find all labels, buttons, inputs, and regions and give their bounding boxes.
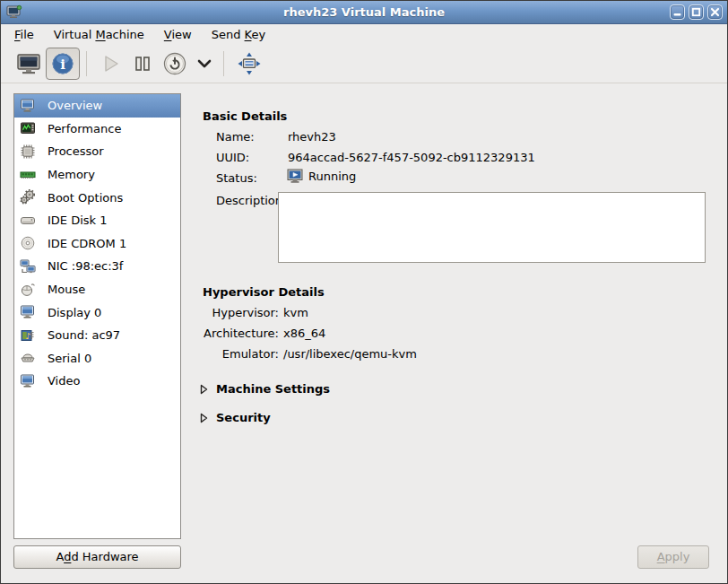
hypervisor-label: Hypervisor: [203,306,279,319]
name-value: rhevh23 [288,130,336,144]
sidebar-item-serial-0[interactable]: Serial 0 [14,347,180,370]
shutdown-button[interactable] [158,48,192,80]
pause-button[interactable] [127,48,158,80]
menu-view[interactable]: View [156,26,200,43]
info-icon: i [51,52,74,75]
description-input[interactable] [278,192,706,263]
fullscreen-icon [235,51,264,76]
shutdown-menu-button[interactable] [192,48,217,80]
machine-settings-label: Machine Settings [216,382,330,396]
run-button[interactable] [93,48,127,80]
monitor-icon [20,98,36,114]
sidebar-item-label: IDE CDROM 1 [48,237,126,250]
sidebar-item-label: NIC :98:ec:3f [48,259,123,273]
sidebar-item-mouse[interactable]: Mouse [14,278,180,301]
toolbar-separator [86,51,87,76]
expander-arrow-icon [200,413,208,423]
menu-virtual-machine[interactable]: Virtual Machine [46,26,152,43]
add-hardware-button[interactable]: Add Hardware [13,545,181,569]
machine-settings-expander[interactable]: Machine Settings [200,382,330,396]
security-label: Security [216,411,271,424]
hypervisor-value: kvm [283,306,308,319]
sidebar-item-label: Mouse [48,283,85,296]
sidebar-item-boot-options[interactable]: Boot Options [14,186,180,209]
nic-icon [20,258,36,275]
menu-file[interactable]: File [6,26,42,43]
window-title: rhevh23 Virtual Machine [1,5,727,19]
sidebar-item-label: Boot Options [48,191,123,205]
run-icon [98,52,123,75]
sidebar-item-label: Memory [48,168,95,181]
chevron-down-icon [196,52,212,75]
name-label: Name: [216,130,255,144]
sidebar-item-label: Sound: ac97 [48,328,120,342]
close-button[interactable] [707,4,723,20]
sidebar-item-label: Video [48,374,80,388]
disk-icon [20,213,36,229]
sidebar-item-overview[interactable]: Overview [14,94,180,118]
sidebar-item-ide-disk-1[interactable]: IDE Disk 1 [14,209,180,232]
architecture-value: x86_64 [283,327,325,340]
sidebar-item-ide-cdrom-1[interactable]: IDE CDROM 1 [14,232,180,256]
sidebar-item-label: Display 0 [48,306,101,319]
toolbar-separator [223,51,224,76]
vm-details-window: rhevh23 Virtual Machine File Virtual Mac… [0,0,728,584]
video-icon [20,373,36,389]
sidebar-item-label: Processor [48,144,104,158]
show-details-button[interactable]: i [46,48,80,80]
sidebar-item-memory[interactable]: Memory [14,163,180,187]
pause-icon [132,52,153,75]
toolbar: i [1,44,727,83]
svg-text:♪: ♪ [26,331,31,341]
display-icon [20,304,36,320]
apply-button[interactable]: Apply [637,545,709,569]
show-console-button[interactable] [12,48,46,80]
maximize-button[interactable] [689,4,704,20]
status-label: Status: [216,171,257,185]
sidebar-item-processor[interactable]: Processor [14,140,180,163]
performance-icon [20,120,36,136]
sidebar-item-label: Overview [48,99,102,112]
sidebar-item-label: Serial 0 [48,352,91,365]
processor-icon [20,144,36,160]
status-value-row: Running [287,169,356,184]
running-status-icon [287,169,305,184]
serial-icon [20,350,36,366]
titlebar[interactable]: rhevh23 Virtual Machine [1,1,727,24]
minimize-icon [672,7,682,17]
sidebar-item-nic[interactable]: NIC :98:ec:3f [14,255,180,278]
status-value: Running [308,170,356,183]
uuid-value: 964accad-5627-f457-5092-cb9112329131 [288,151,535,164]
menu-send-key[interactable]: Send Key [204,26,273,43]
shutdown-icon [162,51,187,76]
sidebar-item-sound[interactable]: ♪ Sound: ac97 [14,324,180,347]
cdrom-icon [20,235,36,251]
sidebar-item-label: Performance [48,122,121,135]
sidebar-item-video[interactable]: Video [14,370,180,393]
sidebar-item-label: IDE Disk 1 [48,214,108,227]
menubar: File Virtual Machine View Send Key [1,24,727,44]
hypervisor-details-heading: Hypervisor Details [203,285,325,299]
mouse-icon [20,282,36,298]
emulator-value: /usr/libexec/qemu-kvm [283,347,417,361]
vm-monitor-icon [6,4,22,21]
security-expander[interactable]: Security [200,411,271,424]
close-icon [710,7,720,17]
basic-details-heading: Basic Details [203,109,287,123]
console-monitor-icon [16,52,41,75]
sound-icon: ♪ [20,327,36,344]
fullscreen-button[interactable] [230,48,268,80]
svg-text:i: i [60,57,65,73]
expander-arrow-icon [200,384,208,395]
boot-gears-icon [20,189,36,205]
sidebar-item-performance[interactable]: Performance [14,118,180,141]
emulator-label: Emulator: [203,347,279,361]
sidebar-item-display-0[interactable]: Display 0 [14,301,180,324]
uuid-label: UUID: [216,151,249,164]
minimize-button[interactable] [670,4,685,20]
memory-icon [20,167,36,183]
hardware-list: Overview Performance [13,93,181,539]
architecture-label: Architecture: [203,327,279,340]
maximize-icon [691,7,701,17]
description-label: Description: [216,194,286,207]
